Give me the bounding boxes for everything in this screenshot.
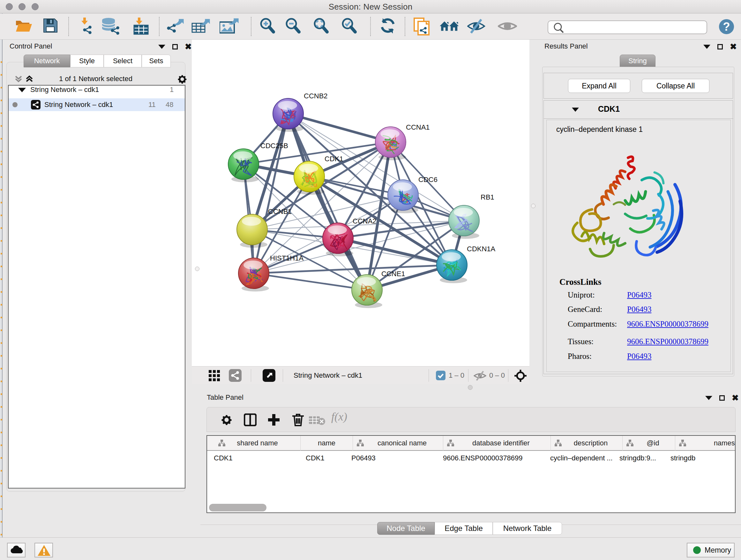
svg-text:RB1: RB1 [481,193,494,201]
svg-text:CCNB2: CCNB2 [304,92,328,100]
svg-text:CDC6: CDC6 [418,176,437,184]
svg-text:CCNA2: CCNA2 [353,217,377,225]
svg-text:CDK1: CDK1 [325,155,343,163]
svg-text:CDKN1A: CDKN1A [467,245,495,253]
svg-text:CDC25B: CDC25B [260,142,288,150]
svg-text:CCNB1: CCNB1 [268,207,292,215]
svg-text:HIST1H1A: HIST1H1A [270,254,304,262]
svg-text:CCNE1: CCNE1 [381,270,405,278]
svg-text:CCNA1: CCNA1 [406,123,430,131]
